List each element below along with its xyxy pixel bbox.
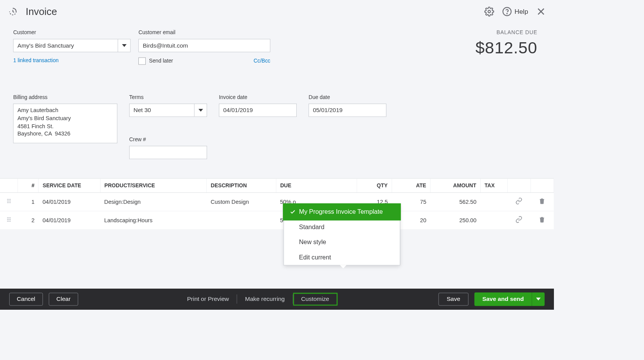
cell-amount: 250.00 xyxy=(430,211,480,230)
help-label: Help xyxy=(514,8,528,15)
col-amount: AMOUNT xyxy=(430,178,480,193)
send-later-label: Send later xyxy=(149,58,250,64)
svg-point-22 xyxy=(7,221,8,222)
gear-icon[interactable] xyxy=(484,7,494,17)
svg-point-2 xyxy=(507,13,507,14)
email-label: Customer email xyxy=(138,30,270,35)
svg-point-8 xyxy=(8,199,10,200)
template-label: My Progress Invoice Template xyxy=(299,208,383,216)
close-icon[interactable] xyxy=(536,7,546,17)
cell-date: 04/01/2019 xyxy=(39,193,100,211)
terms-label: Terms xyxy=(129,94,207,100)
balance-block: BALANCE DUE $812.50 xyxy=(475,30,540,57)
svg-point-12 xyxy=(10,200,11,201)
trash-icon[interactable] xyxy=(539,218,545,224)
drag-handle-icon[interactable] xyxy=(6,199,12,205)
print-preview-link[interactable]: Print or Preview xyxy=(179,296,237,302)
cancel-button[interactable]: Cancel xyxy=(9,292,43,306)
cell-tax xyxy=(480,211,507,230)
svg-point-10 xyxy=(7,200,8,201)
template-option[interactable]: Standard xyxy=(284,220,400,235)
cell-num: 2 xyxy=(18,211,38,230)
customer-value: Amy's Bird Sanctuary xyxy=(13,39,118,52)
table-row[interactable]: 2 04/01/2019 Landscaping:Hours 50% of 50… xyxy=(0,211,554,230)
save-button[interactable]: Save xyxy=(439,292,468,306)
balance-label: BALANCE DUE xyxy=(475,30,537,35)
svg-point-9 xyxy=(10,199,11,200)
cell-amount: 562.50 xyxy=(430,193,480,211)
svg-point-13 xyxy=(7,202,8,203)
cell-desc: Custom Design xyxy=(207,193,276,211)
svg-point-17 xyxy=(8,217,10,218)
svg-point-16 xyxy=(7,217,8,218)
svg-point-14 xyxy=(8,202,10,203)
cell-desc xyxy=(207,211,276,230)
col-description: DESCRIPTION xyxy=(207,178,276,193)
col-tax: TAX xyxy=(480,178,507,193)
cc-bcc-link[interactable]: Cc/Bcc xyxy=(254,58,271,64)
save-dropdown-button[interactable] xyxy=(532,292,545,306)
customer-select[interactable]: Amy's Bird Sanctuary xyxy=(13,39,130,52)
svg-marker-6 xyxy=(198,109,203,112)
due-date-label: Due date xyxy=(309,94,386,100)
invoice-date-label: Invoice date xyxy=(219,94,297,100)
popup-arrow-icon xyxy=(340,265,347,269)
form-area: Customer Amy's Bird Sanctuary 1 linked t… xyxy=(0,23,554,162)
customize-button[interactable]: Customize xyxy=(293,292,337,306)
make-recurring-link[interactable]: Make recurring xyxy=(237,296,293,302)
cell-tax xyxy=(480,193,507,211)
email-field[interactable] xyxy=(138,39,270,52)
svg-point-23 xyxy=(8,221,10,222)
col-product: PRODUCT/SERVICE xyxy=(100,178,207,193)
svg-point-19 xyxy=(7,219,8,220)
customize-popup: My Progress Invoice Template Standard Ne… xyxy=(284,204,400,265)
svg-point-7 xyxy=(7,199,8,200)
terms-value: Net 30 xyxy=(130,104,194,117)
billing-label: Billing address xyxy=(13,94,117,100)
customer-label: Customer xyxy=(13,30,130,35)
chevron-down-icon xyxy=(194,104,207,117)
bottom-bar: Cancel Clear Print or Preview Make recur… xyxy=(0,289,554,310)
col-rate: ATE xyxy=(392,178,430,193)
trash-icon[interactable] xyxy=(539,200,545,206)
drag-handle-icon[interactable] xyxy=(6,217,12,223)
svg-marker-25 xyxy=(536,298,540,301)
col-number: # xyxy=(18,178,38,193)
billing-address-field[interactable] xyxy=(13,104,117,143)
invoice-date-field[interactable] xyxy=(219,104,297,117)
clear-button[interactable]: Clear xyxy=(49,292,78,306)
cell-num: 1 xyxy=(18,193,38,211)
col-service-date: SERVICE DATE xyxy=(39,178,100,193)
template-option[interactable]: New style xyxy=(284,234,400,250)
header: Invoice Help xyxy=(0,0,554,23)
svg-point-20 xyxy=(8,219,10,220)
line-items-table: # SERVICE DATE PRODUCT/SERVICE DESCRIPTI… xyxy=(0,178,554,230)
table-row[interactable]: 1 04/01/2019 Design:Design Custom Design… xyxy=(0,193,554,211)
balance-amount: $812.50 xyxy=(475,38,537,58)
svg-marker-5 xyxy=(122,44,127,47)
crew-label: Crew # xyxy=(129,137,207,142)
cell-product: Design:Design xyxy=(100,193,207,211)
help-icon xyxy=(502,7,512,17)
svg-point-21 xyxy=(10,219,11,220)
check-icon xyxy=(290,209,296,215)
template-option[interactable]: Edit current xyxy=(284,250,400,265)
help-button[interactable]: Help xyxy=(502,7,528,17)
terms-select[interactable]: Net 30 xyxy=(129,104,207,117)
svg-point-11 xyxy=(8,200,10,201)
send-later-checkbox[interactable] xyxy=(138,58,146,65)
template-option-selected[interactable]: My Progress Invoice Template xyxy=(284,204,400,220)
due-date-field[interactable] xyxy=(309,104,386,117)
page-title: Invoice xyxy=(26,6,57,17)
linked-transaction-link[interactable]: 1 linked transaction xyxy=(13,58,130,63)
crew-field[interactable] xyxy=(129,146,207,159)
svg-point-15 xyxy=(10,202,11,203)
link-icon[interactable] xyxy=(515,218,522,224)
svg-point-24 xyxy=(10,221,11,222)
link-icon[interactable] xyxy=(515,200,522,206)
col-qty: QTY xyxy=(357,178,392,193)
save-and-send-button[interactable]: Save and send xyxy=(474,292,532,306)
cell-date: 04/01/2019 xyxy=(39,211,100,230)
svg-point-0 xyxy=(488,10,490,13)
recent-icon[interactable] xyxy=(8,7,18,17)
